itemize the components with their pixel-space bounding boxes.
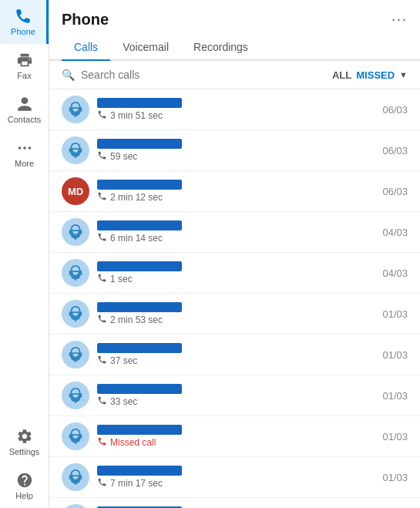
call-info: 1 sec: [97, 261, 377, 284]
call-item[interactable]: 59 sec01/03: [49, 498, 420, 508]
sidebar-item-phone[interactable]: Phone: [0, 0, 49, 44]
call-duration: 7 min 17 sec: [97, 477, 377, 489]
call-info: Missed call: [97, 425, 377, 448]
duration-text: 37 sec: [110, 355, 137, 366]
call-duration: 1 sec: [97, 273, 377, 284]
missed-call-label: Missed call: [97, 436, 377, 448]
sidebar-item-contacts[interactable]: Contacts: [0, 88, 49, 132]
call-item[interactable]: 37 sec01/03: [49, 335, 420, 375]
duration-text: 33 sec: [110, 396, 137, 407]
call-item[interactable]: 6 min 14 sec04/03: [49, 212, 420, 253]
call-phone-icon: [97, 314, 107, 325]
avatar: [62, 341, 89, 368]
call-date: 04/03: [377, 267, 408, 279]
sidebar-item-more[interactable]: More: [0, 132, 49, 176]
call-phone-icon: [97, 395, 107, 407]
sidebar-item-settings-label: Settings: [9, 447, 40, 456]
phone-icon: [15, 8, 32, 25]
call-name-redacted: [97, 343, 182, 353]
filter-missed-button[interactable]: MISSED: [356, 69, 395, 81]
sidebar-item-help-label: Help: [15, 491, 33, 500]
sidebar-item-phone-label: Phone: [11, 27, 35, 36]
duration-text: 7 min 17 sec: [110, 478, 163, 489]
tab-bar: Calls Voicemail Recordings: [49, 35, 420, 61]
fax-icon: [16, 52, 33, 69]
help-icon: [16, 472, 33, 489]
missed-call-icon: [97, 436, 107, 448]
avatar: MD: [62, 177, 89, 205]
call-info: 37 sec: [97, 343, 377, 366]
duration-text: 2 min 53 sec: [110, 315, 163, 325]
page-title: Phone: [62, 11, 109, 29]
avatar: [62, 96, 89, 123]
duration-text: Missed call: [110, 437, 156, 448]
sidebar-item-more-label: More: [15, 159, 34, 168]
duration-text: 2 min 12 sec: [110, 192, 163, 203]
settings-icon: [16, 428, 33, 445]
call-name-redacted: [97, 302, 182, 312]
svg-point-1: [23, 146, 26, 150]
duration-text: 1 sec: [110, 274, 133, 284]
duration-text: 3 min 51 sec: [110, 110, 163, 121]
call-duration: 59 sec: [97, 150, 377, 162]
filter-all-button[interactable]: ALL: [332, 69, 351, 81]
sidebar: Phone Fax Contacts More Settings Help: [0, 0, 49, 508]
call-name-redacted: [97, 220, 182, 230]
call-item[interactable]: MD2 min 12 sec06/03: [49, 171, 420, 212]
call-date: 01/03: [377, 390, 408, 402]
page-header: Phone ···: [49, 0, 420, 35]
call-name-redacted: [97, 139, 182, 149]
avatar: [62, 422, 89, 450]
call-duration: 2 min 12 sec: [97, 191, 377, 203]
sidebar-item-fax[interactable]: Fax: [0, 44, 49, 88]
call-name-redacted: [97, 261, 182, 271]
sidebar-item-contacts-label: Contacts: [8, 115, 41, 124]
call-phone-icon: [97, 355, 107, 366]
tab-calls[interactable]: Calls: [62, 35, 110, 61]
call-name-redacted: [97, 180, 182, 190]
filter-group: ALL MISSED ▼: [332, 69, 408, 81]
call-date: 04/03: [377, 227, 408, 238]
call-item[interactable]: 1 sec04/03: [49, 253, 420, 294]
call-item[interactable]: 3 min 51 sec06/03: [49, 89, 420, 130]
call-info: 33 sec: [97, 384, 377, 407]
call-phone-icon: [97, 232, 107, 244]
sidebar-item-fax-label: Fax: [17, 71, 31, 80]
call-date: 01/03: [377, 431, 408, 442]
chevron-down-icon[interactable]: ▼: [399, 70, 408, 79]
avatar: [62, 259, 89, 287]
sidebar-item-help[interactable]: Help: [0, 464, 49, 508]
call-item[interactable]: Missed call01/03: [49, 416, 420, 457]
call-name-redacted: [97, 98, 182, 108]
avatar: [62, 136, 89, 164]
call-item[interactable]: 7 min 17 sec01/03: [49, 457, 420, 498]
avatar: [62, 463, 89, 491]
call-phone-icon: [97, 191, 107, 203]
call-info: 3 min 51 sec: [97, 98, 377, 121]
header-menu-button[interactable]: ···: [391, 12, 408, 28]
call-phone-icon: [97, 109, 107, 121]
call-item[interactable]: 2 min 53 sec01/03: [49, 294, 420, 335]
call-duration: 6 min 14 sec: [97, 232, 377, 244]
call-duration: 2 min 53 sec: [97, 314, 377, 325]
sidebar-item-settings[interactable]: Settings: [0, 420, 49, 464]
call-phone-icon: [97, 273, 107, 284]
svg-point-0: [18, 146, 21, 150]
search-icon: 🔍: [62, 69, 75, 81]
search-input[interactable]: [81, 69, 326, 81]
avatar: [62, 504, 89, 508]
call-name-redacted: [97, 384, 182, 394]
contacts-icon: [16, 96, 33, 113]
call-name-redacted: [97, 425, 182, 435]
avatar: [62, 382, 89, 409]
call-info: 59 sec: [97, 139, 377, 162]
tab-voicemail[interactable]: Voicemail: [110, 35, 181, 61]
call-duration: 3 min 51 sec: [97, 109, 377, 121]
call-item[interactable]: 59 sec06/03: [49, 130, 420, 171]
avatar: [62, 218, 89, 246]
call-date: 01/03: [377, 472, 408, 483]
call-date: 06/03: [377, 145, 408, 156]
call-item[interactable]: 33 sec01/03: [49, 375, 420, 416]
call-date: 06/03: [377, 186, 408, 197]
tab-recordings[interactable]: Recordings: [181, 35, 260, 61]
